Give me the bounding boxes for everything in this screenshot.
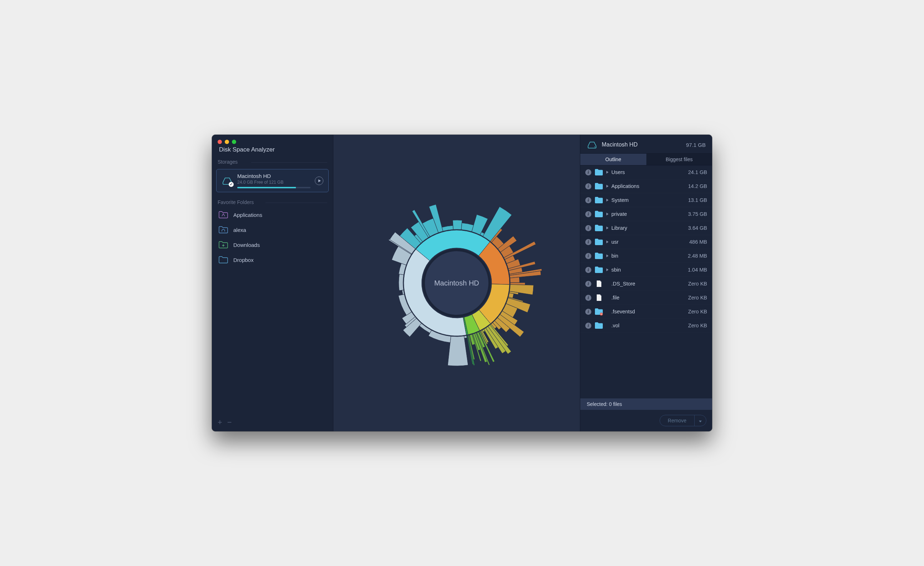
- sunburst-chart[interactable]: [364, 190, 549, 376]
- row-name: Library: [611, 225, 686, 231]
- info-icon[interactable]: i: [585, 309, 591, 315]
- favorite-item[interactable]: alexa: [212, 222, 333, 237]
- favorite-label: Downloads: [233, 242, 260, 248]
- row-size: 1.04 MB: [688, 267, 707, 273]
- svg-point-1: [424, 250, 489, 316]
- favorite-item[interactable]: Applications: [212, 207, 333, 222]
- row-size: Zero KB: [688, 295, 707, 300]
- folder-icon: [594, 321, 603, 329]
- row-name: sbin: [611, 267, 685, 273]
- expand-caret-icon[interactable]: [606, 185, 609, 188]
- row-size: 24.1 GB: [688, 170, 707, 175]
- folder-lib-icon: [594, 224, 603, 232]
- tab-biggest[interactable]: Biggest files: [646, 153, 712, 165]
- info-icon[interactable]: i: [585, 170, 591, 176]
- folder-icon: [594, 210, 603, 218]
- zoom-window-button[interactable]: [232, 140, 236, 144]
- row-name: .vol: [611, 323, 686, 328]
- folder-icon: [594, 168, 603, 176]
- folder-icon: [218, 226, 228, 234]
- expand-caret-icon[interactable]: [606, 213, 609, 215]
- check-badge-icon: ✓: [229, 182, 234, 187]
- row-size: 13.1 GB: [688, 197, 707, 203]
- outline-row[interactable]: i .fseventsd Zero KB: [580, 305, 712, 319]
- sidebar: Disk Space Analyzer Storages ✓ Macintosh…: [212, 135, 333, 431]
- row-size: 14.2 GB: [688, 183, 707, 189]
- info-icon[interactable]: i: [585, 183, 591, 189]
- info-icon[interactable]: i: [585, 281, 591, 287]
- info-icon[interactable]: i: [585, 267, 591, 273]
- storage-usage-bar: [237, 187, 310, 188]
- outline-row[interactable]: i .vol Zero KB: [580, 319, 712, 333]
- remove-button[interactable]: Remove: [660, 416, 694, 426]
- favorite-label: Dropbox: [233, 257, 254, 263]
- expand-caret-icon[interactable]: [606, 171, 609, 174]
- right-disk-name: Macintosh HD: [602, 141, 682, 148]
- folder-icon: [218, 211, 228, 219]
- right-panel: Macintosh HD 97.1 GB Outline Biggest fil…: [580, 135, 712, 431]
- info-icon[interactable]: i: [585, 197, 591, 203]
- favorite-label: Applications: [233, 212, 262, 218]
- row-size: Zero KB: [688, 281, 707, 287]
- window-controls: [212, 135, 333, 144]
- row-size: 486 MB: [689, 239, 707, 245]
- add-favorite-button[interactable]: +: [218, 418, 222, 427]
- storage-name: Macintosh HD: [237, 173, 310, 179]
- expand-caret-icon[interactable]: [606, 227, 609, 230]
- right-disk-size: 97.1 GB: [686, 142, 706, 148]
- remove-menu-button[interactable]: [694, 415, 706, 426]
- favorite-item[interactable]: Downloads: [212, 237, 333, 252]
- tab-outline[interactable]: Outline: [580, 153, 646, 165]
- minimize-window-button[interactable]: [225, 140, 229, 144]
- file-icon: [594, 280, 603, 288]
- svg-rect-4: [601, 314, 602, 314]
- folder-priv-icon: [594, 308, 603, 315]
- expand-caret-icon[interactable]: [606, 199, 609, 201]
- info-icon[interactable]: i: [585, 295, 591, 301]
- outline-row[interactable]: i usr 486 MB: [580, 235, 712, 249]
- expand-caret-icon[interactable]: [606, 254, 609, 257]
- favorite-item[interactable]: Dropbox: [212, 252, 333, 267]
- info-icon[interactable]: i: [585, 239, 591, 245]
- outline-row[interactable]: i Applications 14.2 GB: [580, 179, 712, 193]
- outline-row[interactable]: i System 13.1 GB: [580, 193, 712, 207]
- row-name: bin: [611, 253, 685, 259]
- outline-row[interactable]: i .DS_Store Zero KB: [580, 277, 712, 291]
- info-icon[interactable]: i: [585, 225, 591, 231]
- remove-button-group: Remove: [660, 415, 706, 426]
- storage-subtitle: 24.0 GB Free of 121 GB: [237, 180, 310, 185]
- outline-row[interactable]: i bin 2.48 MB: [580, 249, 712, 263]
- row-size: Zero KB: [688, 309, 707, 314]
- favorite-label: alexa: [233, 227, 246, 233]
- outline-row[interactable]: i sbin 1.04 MB: [580, 263, 712, 277]
- row-name: usr: [611, 239, 686, 245]
- row-size: 3.64 GB: [688, 225, 707, 231]
- outline-row[interactable]: i Library 3.64 GB: [580, 221, 712, 235]
- row-size: 2.48 MB: [688, 253, 707, 259]
- row-name: Applications: [611, 183, 686, 189]
- info-icon[interactable]: i: [585, 323, 591, 329]
- row-name: .fseventsd: [611, 309, 686, 314]
- outline-row[interactable]: i private 3.75 GB: [580, 207, 712, 221]
- disk-icon: ✓: [222, 176, 233, 185]
- folder-icon: [594, 252, 603, 260]
- storage-card[interactable]: ✓ Macintosh HD 24.0 GB Free of 121 GB: [216, 169, 329, 192]
- info-icon[interactable]: i: [585, 253, 591, 259]
- outline-row[interactable]: i Users 24.1 GB: [580, 165, 712, 179]
- rescan-button[interactable]: [315, 177, 323, 185]
- expand-caret-icon[interactable]: [606, 268, 609, 271]
- info-icon[interactable]: i: [585, 211, 591, 217]
- row-name: System: [611, 197, 686, 203]
- row-name: .DS_Store: [611, 281, 686, 287]
- remove-favorite-button[interactable]: −: [227, 418, 232, 427]
- outline-list: i Users 24.1 GBi Applications 14.2 GBi S…: [580, 165, 712, 398]
- folder-icon: [594, 266, 603, 274]
- close-window-button[interactable]: [218, 140, 222, 144]
- outline-row[interactable]: i .file Zero KB: [580, 291, 712, 305]
- svg-point-2: [594, 147, 595, 147]
- expand-caret-icon[interactable]: [606, 240, 609, 243]
- app-window: Disk Space Analyzer Storages ✓ Macintosh…: [212, 135, 712, 431]
- section-storages-label: Storages: [212, 157, 333, 167]
- folder-app-icon: [594, 182, 603, 190]
- disk-icon: [587, 140, 597, 149]
